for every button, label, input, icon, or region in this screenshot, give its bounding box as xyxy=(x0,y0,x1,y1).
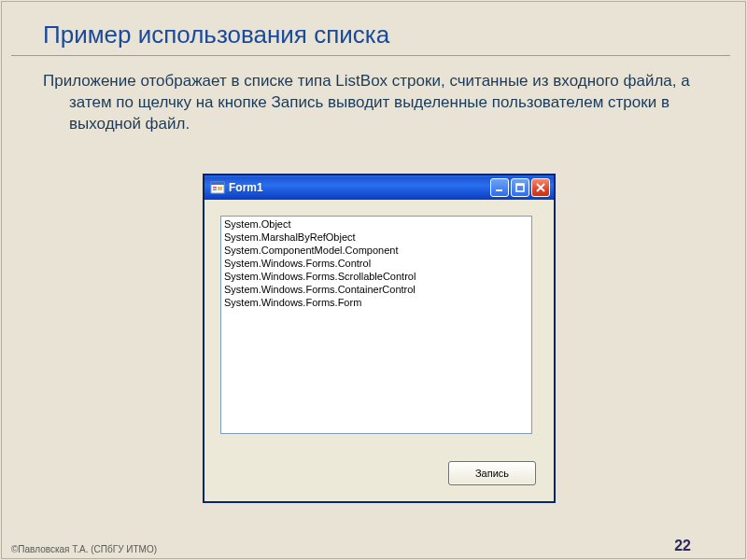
list-item[interactable]: System.Object xyxy=(223,217,529,231)
footer-author: ©Павловская Т.А. (СПбГУ ИТМО) xyxy=(11,544,157,554)
svg-rect-2 xyxy=(213,187,217,189)
list-item[interactable]: System.Windows.Forms.ScrollableControl xyxy=(223,270,529,283)
slide-body-text: Приложение отображает в списке типа List… xyxy=(0,56,747,135)
app-window: Form1 System.ObjectSystem.MarshalByRefOb… xyxy=(204,175,555,502)
svg-rect-5 xyxy=(496,189,502,191)
window-client-area: System.ObjectSystem.MarshalByRefObjectSy… xyxy=(207,201,551,498)
list-item[interactable]: System.ComponentModel.Component xyxy=(223,244,529,257)
minimize-button[interactable] xyxy=(490,178,509,197)
footer-page-number: 22 xyxy=(674,538,691,554)
svg-rect-4 xyxy=(218,187,222,190)
list-item[interactable]: System.MarshalByRefObject xyxy=(223,231,529,244)
body-paragraph: Приложение отображает в списке типа List… xyxy=(43,71,710,135)
list-item[interactable]: System.Windows.Forms.ContainerControl xyxy=(223,283,529,296)
list-item[interactable]: System.Windows.Forms.Form xyxy=(223,296,529,309)
svg-rect-3 xyxy=(213,189,217,191)
slide-title: Пример использования списка xyxy=(0,0,747,55)
write-button-label: Запись xyxy=(475,468,509,479)
list-item[interactable]: System.Windows.Forms.Control xyxy=(223,257,529,270)
svg-rect-7 xyxy=(516,184,524,186)
window-title: Form1 xyxy=(229,181,490,194)
listbox[interactable]: System.ObjectSystem.MarshalByRefObjectSy… xyxy=(220,216,532,434)
write-button[interactable]: Запись xyxy=(448,461,536,485)
window-controls xyxy=(490,178,550,197)
close-button[interactable] xyxy=(531,178,550,197)
maximize-button[interactable] xyxy=(511,178,529,197)
svg-rect-1 xyxy=(211,182,224,185)
titlebar[interactable]: Form1 xyxy=(204,175,554,200)
app-icon xyxy=(210,180,225,195)
